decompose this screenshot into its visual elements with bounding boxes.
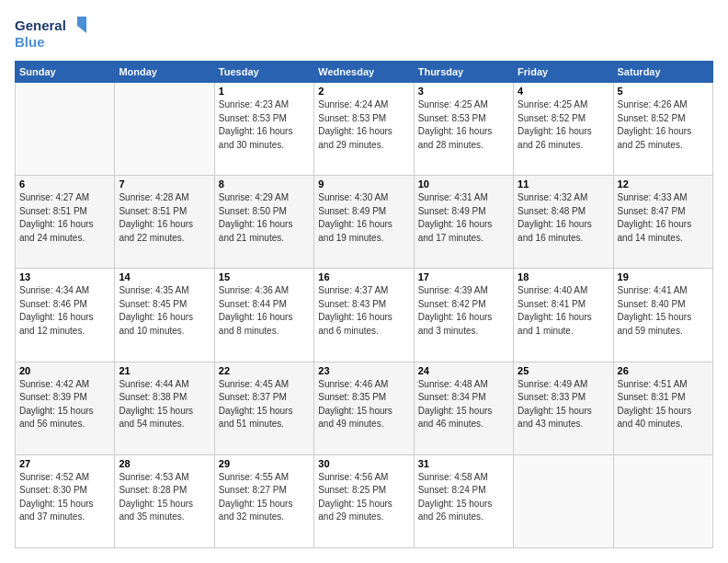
day-number: 7 — [119, 178, 210, 190]
calendar-week-4: 20Sunrise: 4:42 AM Sunset: 8:39 PM Dayli… — [16, 362, 713, 454]
calendar-cell: 10Sunrise: 4:31 AM Sunset: 8:49 PM Dayli… — [414, 176, 513, 269]
day-info: Sunrise: 4:36 AM Sunset: 8:44 PM Dayligh… — [219, 284, 310, 338]
day-info: Sunrise: 4:52 AM Sunset: 8:30 PM Dayligh… — [19, 471, 110, 524]
calendar-cell: 13Sunrise: 4:34 AM Sunset: 8:46 PM Dayli… — [16, 269, 115, 362]
day-info: Sunrise: 4:53 AM Sunset: 8:28 PM Dayligh… — [119, 471, 210, 524]
day-info: Sunrise: 4:51 AM Sunset: 8:31 PM Dayligh… — [618, 378, 709, 431]
day-info: Sunrise: 4:26 AM Sunset: 8:52 PM Dayligh… — [618, 98, 709, 152]
calendar-cell: 4Sunrise: 4:25 AM Sunset: 8:52 PM Daylig… — [514, 83, 613, 176]
day-number: 3 — [418, 86, 509, 97]
day-number: 23 — [318, 365, 409, 376]
day-info: Sunrise: 4:55 AM Sunset: 8:27 PM Dayligh… — [219, 471, 310, 524]
day-number: 29 — [219, 458, 310, 469]
day-info: Sunrise: 4:39 AM Sunset: 8:42 PM Dayligh… — [418, 284, 509, 338]
calendar-cell: 12Sunrise: 4:33 AM Sunset: 8:47 PM Dayli… — [613, 176, 712, 269]
calendar-cell: 17Sunrise: 4:39 AM Sunset: 8:42 PM Dayli… — [414, 269, 513, 362]
calendar-week-3: 13Sunrise: 4:34 AM Sunset: 8:46 PM Dayli… — [16, 269, 713, 362]
day-number: 13 — [19, 271, 110, 282]
day-number: 30 — [318, 458, 409, 469]
day-number: 21 — [119, 365, 210, 376]
day-number: 4 — [518, 86, 609, 97]
calendar-cell: 22Sunrise: 4:45 AM Sunset: 8:37 PM Dayli… — [214, 362, 313, 454]
day-number: 17 — [418, 271, 509, 282]
calendar-week-5: 27Sunrise: 4:52 AM Sunset: 8:30 PM Dayli… — [16, 454, 713, 547]
calendar-cell — [16, 83, 115, 176]
day-number: 22 — [219, 365, 310, 376]
day-number: 9 — [318, 178, 409, 190]
logo-svg: GeneralBlue — [15, 15, 107, 52]
calendar-cell: 6Sunrise: 4:27 AM Sunset: 8:51 PM Daylig… — [16, 176, 115, 269]
calendar-header-row: SundayMondayTuesdayWednesdayThursdayFrid… — [16, 62, 713, 83]
calendar-cell: 18Sunrise: 4:40 AM Sunset: 8:41 PM Dayli… — [514, 269, 613, 362]
day-info: Sunrise: 4:35 AM Sunset: 8:45 PM Dayligh… — [119, 284, 210, 338]
calendar-cell — [115, 83, 214, 176]
calendar-cell: 28Sunrise: 4:53 AM Sunset: 8:28 PM Dayli… — [115, 454, 214, 547]
day-number: 20 — [19, 365, 110, 376]
calendar-cell — [613, 454, 712, 547]
calendar-cell — [514, 454, 613, 547]
day-number: 24 — [418, 365, 509, 376]
day-number: 12 — [618, 178, 709, 190]
logo: GeneralBlue — [15, 15, 107, 52]
svg-marker-1 — [77, 17, 86, 33]
day-info: Sunrise: 4:31 AM Sunset: 8:49 PM Dayligh… — [418, 191, 509, 245]
day-number: 10 — [418, 178, 509, 190]
calendar-cell: 1Sunrise: 4:23 AM Sunset: 8:53 PM Daylig… — [214, 83, 313, 176]
calendar-table: SundayMondayTuesdayWednesdayThursdayFrid… — [15, 61, 713, 548]
day-info: Sunrise: 4:27 AM Sunset: 8:51 PM Dayligh… — [19, 191, 110, 245]
day-number: 5 — [618, 86, 709, 97]
day-info: Sunrise: 4:58 AM Sunset: 8:24 PM Dayligh… — [418, 471, 509, 524]
day-number: 2 — [318, 86, 409, 97]
day-info: Sunrise: 4:41 AM Sunset: 8:40 PM Dayligh… — [618, 284, 709, 338]
day-info: Sunrise: 4:45 AM Sunset: 8:37 PM Dayligh… — [219, 378, 310, 431]
day-info: Sunrise: 4:32 AM Sunset: 8:48 PM Dayligh… — [518, 191, 609, 245]
calendar-cell: 31Sunrise: 4:58 AM Sunset: 8:24 PM Dayli… — [414, 454, 513, 547]
calendar-header-wednesday: Wednesday — [314, 62, 414, 83]
calendar-cell: 26Sunrise: 4:51 AM Sunset: 8:31 PM Dayli… — [613, 362, 712, 454]
day-number: 15 — [219, 271, 310, 282]
calendar-cell: 24Sunrise: 4:48 AM Sunset: 8:34 PM Dayli… — [414, 362, 513, 454]
calendar-cell: 8Sunrise: 4:29 AM Sunset: 8:50 PM Daylig… — [214, 176, 313, 269]
day-number: 31 — [418, 458, 509, 469]
day-info: Sunrise: 4:49 AM Sunset: 8:33 PM Dayligh… — [518, 378, 609, 431]
day-number: 27 — [19, 458, 110, 469]
calendar-cell: 2Sunrise: 4:24 AM Sunset: 8:53 PM Daylig… — [314, 83, 414, 176]
calendar-cell: 20Sunrise: 4:42 AM Sunset: 8:39 PM Dayli… — [16, 362, 115, 454]
calendar-header-monday: Monday — [115, 62, 214, 83]
day-info: Sunrise: 4:40 AM Sunset: 8:41 PM Dayligh… — [518, 284, 609, 338]
day-info: Sunrise: 4:44 AM Sunset: 8:38 PM Dayligh… — [119, 378, 210, 431]
calendar-cell: 19Sunrise: 4:41 AM Sunset: 8:40 PM Dayli… — [613, 269, 712, 362]
day-info: Sunrise: 4:34 AM Sunset: 8:46 PM Dayligh… — [19, 284, 110, 338]
calendar-header-saturday: Saturday — [613, 62, 712, 83]
day-info: Sunrise: 4:23 AM Sunset: 8:53 PM Dayligh… — [219, 98, 310, 152]
day-number: 1 — [219, 86, 310, 97]
day-info: Sunrise: 4:56 AM Sunset: 8:25 PM Dayligh… — [318, 471, 409, 524]
day-info: Sunrise: 4:25 AM Sunset: 8:53 PM Dayligh… — [418, 98, 509, 152]
day-number: 25 — [518, 365, 609, 376]
day-info: Sunrise: 4:28 AM Sunset: 8:51 PM Dayligh… — [119, 191, 210, 245]
calendar-header-tuesday: Tuesday — [214, 62, 313, 83]
day-info: Sunrise: 4:37 AM Sunset: 8:43 PM Dayligh… — [318, 284, 409, 338]
day-number: 14 — [119, 271, 210, 282]
calendar-cell: 21Sunrise: 4:44 AM Sunset: 8:38 PM Dayli… — [115, 362, 214, 454]
day-info: Sunrise: 4:42 AM Sunset: 8:39 PM Dayligh… — [19, 378, 110, 431]
calendar-cell: 23Sunrise: 4:46 AM Sunset: 8:35 PM Dayli… — [314, 362, 414, 454]
calendar-cell: 27Sunrise: 4:52 AM Sunset: 8:30 PM Dayli… — [16, 454, 115, 547]
calendar-cell: 11Sunrise: 4:32 AM Sunset: 8:48 PM Dayli… — [514, 176, 613, 269]
day-number: 28 — [119, 458, 210, 469]
calendar-cell: 14Sunrise: 4:35 AM Sunset: 8:45 PM Dayli… — [115, 269, 214, 362]
page: GeneralBlue SundayMondayTuesdayWednesday… — [0, 0, 728, 563]
calendar-cell: 16Sunrise: 4:37 AM Sunset: 8:43 PM Dayli… — [314, 269, 414, 362]
day-number: 18 — [518, 271, 609, 282]
day-info: Sunrise: 4:33 AM Sunset: 8:47 PM Dayligh… — [618, 191, 709, 245]
calendar-cell: 29Sunrise: 4:55 AM Sunset: 8:27 PM Dayli… — [214, 454, 313, 547]
calendar-header-sunday: Sunday — [16, 62, 115, 83]
calendar-header-friday: Friday — [514, 62, 613, 83]
calendar-week-1: 1Sunrise: 4:23 AM Sunset: 8:53 PM Daylig… — [16, 83, 713, 176]
calendar-header-thursday: Thursday — [414, 62, 513, 83]
calendar-cell: 15Sunrise: 4:36 AM Sunset: 8:44 PM Dayli… — [214, 269, 313, 362]
day-number: 11 — [518, 178, 609, 190]
day-number: 19 — [618, 271, 709, 282]
calendar-cell: 5Sunrise: 4:26 AM Sunset: 8:52 PM Daylig… — [613, 83, 712, 176]
day-number: 8 — [219, 178, 310, 190]
